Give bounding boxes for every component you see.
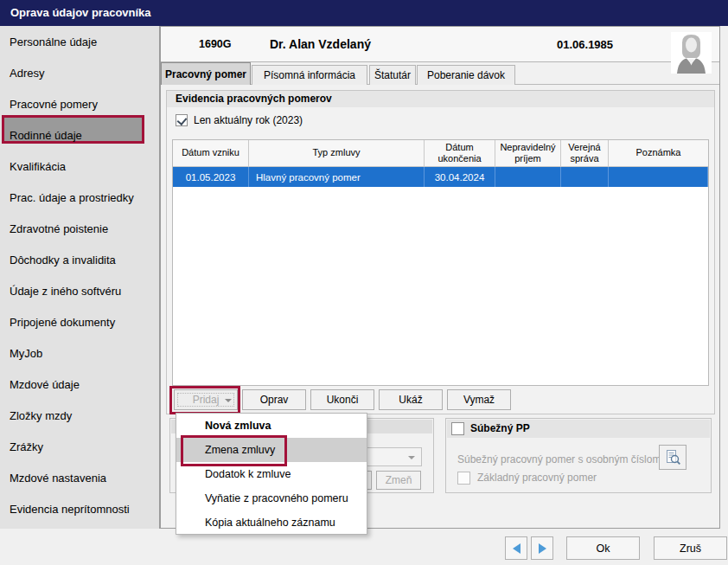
sidebar-item-personalne-udaje[interactable]: Personálne údaje xyxy=(0,26,159,57)
person-icon xyxy=(671,32,712,74)
window-titlebar: Oprava údajov pracovníka xyxy=(0,0,728,26)
sidebar-item-label: Evidencia neprítomnosti xyxy=(10,503,130,516)
concurrent-pp-lookup-label: Súbežný pracovný pomer s osobným číslom xyxy=(457,453,661,465)
sidebar-item-label: Pracovné pomery xyxy=(10,98,98,111)
employee-edit-window: Oprava údajov pracovníka Personálne údaj… xyxy=(0,0,728,565)
sidebar-item-rodinne-udaje[interactable]: Rodinné údaje xyxy=(0,119,159,151)
contracts-table: Dátum vzniku Typ zmluvy Dátum ukončenia … xyxy=(172,139,709,386)
next-record-button[interactable] xyxy=(531,536,553,560)
window-title: Oprava údajov pracovníka xyxy=(10,6,151,19)
sidebar-item-mzdove-udaje[interactable]: Mzdové údaje xyxy=(0,369,159,400)
cancel-button[interactable]: Zruš xyxy=(654,536,727,560)
sidebar-item-udaje-z-ineho-softveru[interactable]: Údaje z iného softvéru xyxy=(0,275,159,306)
search-record-icon xyxy=(664,449,681,466)
table-header-row: Dátum vzniku Typ zmluvy Dátum ukončenia … xyxy=(173,140,708,167)
sidebar-item-label: Personálne údaje xyxy=(10,35,97,48)
cell-typ-zmluvy: Hlavný pracovný pomer xyxy=(249,167,425,187)
previous-record-button[interactable] xyxy=(505,536,527,560)
basic-pp-label: Základný pracovný pomer xyxy=(477,472,597,484)
employment-records-group: Evidencia pracovných pomerov Len aktuáln… xyxy=(166,90,715,414)
cell-poznamka xyxy=(609,167,708,187)
lookup-personal-number-button[interactable] xyxy=(659,445,686,470)
concurrent-pp-checkbox[interactable] xyxy=(451,422,464,435)
sidebar-item-label: Zrážky xyxy=(10,440,43,453)
employee-avatar xyxy=(671,32,712,74)
delete-button-label: Vymaž xyxy=(463,394,495,406)
ok-button[interactable]: Ok xyxy=(566,536,640,560)
show-button[interactable]: Ukáž xyxy=(379,389,443,410)
sidebar-item-zdravotne-poistenie[interactable]: Zdravotné poistenie xyxy=(0,213,159,244)
sidebar-item-mzdove-nastavenia[interactable]: Mzdové nastavenia xyxy=(0,462,159,493)
sidebar-item-label: Údaje z iného softvéru xyxy=(10,285,121,298)
dropdown-caret-icon xyxy=(408,456,415,459)
left-triangle-icon xyxy=(513,543,520,554)
show-button-label: Ukáž xyxy=(399,394,422,406)
column-header-poznamka: Poznámka xyxy=(609,140,708,166)
group-title: Evidencia pracovných pomerov xyxy=(167,91,714,107)
main-panel: 1690G Dr. Alan Vzdelaný 01.06.1985 Praco… xyxy=(160,26,720,529)
cancel-button-label: Zruš xyxy=(680,543,701,555)
sidebar-item-label: Adresy xyxy=(10,67,44,80)
change-button[interactable]: Zmeň xyxy=(376,471,421,490)
sidebar-item-zrazky[interactable]: Zrážky xyxy=(0,431,159,462)
employee-birth-date: 01.06.1985 xyxy=(557,27,613,62)
tab-label: Pracovný pomer xyxy=(165,68,246,80)
tab-label: Štatutár xyxy=(374,69,411,81)
annotation-add-button xyxy=(169,386,240,414)
column-header-verejna-sprava: Verejná správa xyxy=(561,140,609,166)
sidebar-item-label: Dôchodky a invalidita xyxy=(10,254,116,266)
tab-label: Poberanie dávok xyxy=(427,69,505,81)
sidebar-item-dochodky-a-invalidita[interactable]: Dôchodky a invalidita xyxy=(0,244,159,275)
sidebar-item-kvalifikacia[interactable]: Kvalifikácia xyxy=(0,151,159,182)
sidebar-item-label: Rodinné údaje xyxy=(10,129,82,142)
sidebar-item-zlozky-mzdy[interactable]: Zložky mzdy xyxy=(0,400,159,431)
change-button-label: Zmeň xyxy=(386,474,412,486)
menu-item-vynatie-z-pracovneho-pomeru[interactable]: Vyňatie z pracovného pomeru xyxy=(176,486,367,510)
sidebar-item-pracovne-pomery[interactable]: Pracovné pomery xyxy=(0,88,159,119)
column-header-nepravidelny-prijem: Nepravidelný príjem xyxy=(495,140,561,166)
sidebar-item-myjob[interactable]: MyJob xyxy=(0,337,159,369)
employee-header: 1690G Dr. Alan Vzdelaný 01.06.1985 xyxy=(161,27,719,62)
column-header-datum-ukoncenia: Dátum ukončenia xyxy=(425,140,495,166)
sidebar-item-label: Zložky mzdy xyxy=(10,409,72,422)
ok-button-label: Ok xyxy=(597,543,610,555)
employee-number: 1690G xyxy=(199,27,232,62)
sidebar-item-label: Pripojené dokumenty xyxy=(10,316,115,329)
sidebar-item-label: Zdravotné poistenie xyxy=(10,222,108,235)
column-header-datum-vzniku: Dátum vzniku xyxy=(173,140,249,166)
cell-datum-ukoncenia: 30.04.2024 xyxy=(425,167,495,187)
table-row[interactable]: 01.05.2023 Hlavný pracovný pomer 30.04.2… xyxy=(173,167,708,187)
column-header-typ-zmluvy: Typ zmluvy xyxy=(249,140,425,166)
tab-statutar[interactable]: Štatutár xyxy=(369,65,416,85)
sidebar-item-prac-udaje-a-prostriedky[interactable]: Prac. údaje a prostriedky xyxy=(0,182,159,213)
cell-datum-vzniku: 01.05.2023 xyxy=(173,167,249,187)
concurrent-pp-group: Súbežný PP Súbežný pracovný pomer s osob… xyxy=(445,418,712,493)
sidebar-item-label: Kvalifikácia xyxy=(10,160,66,173)
concurrent-pp-title: Súbežný PP xyxy=(470,422,530,434)
right-triangle-icon xyxy=(539,543,546,554)
sidebar-item-adresy[interactable]: Adresy xyxy=(0,57,159,88)
menu-item-nova-zmluva[interactable]: Nová zmluva xyxy=(176,414,367,438)
current-year-checkbox[interactable] xyxy=(176,114,188,126)
tab-label: Písomná informácia xyxy=(264,69,355,81)
cell-nepravidelny-prijem xyxy=(495,167,561,187)
sidebar-item-label: Mzdové nastavenia xyxy=(10,472,106,485)
end-button[interactable]: Ukonči xyxy=(310,389,374,410)
employee-name: Dr. Alan Vzdelaný xyxy=(270,27,371,62)
sidebar-item-label: Prac. údaje a prostriedky xyxy=(10,191,134,204)
cell-verejna-sprava xyxy=(561,167,609,187)
edit-button-label: Oprav xyxy=(260,394,289,406)
sidebar-item-pripojene-dokumenty[interactable]: Pripojené dokumenty xyxy=(0,306,159,337)
sidebar-item-label: MyJob xyxy=(10,347,42,360)
menu-item-kopia-aktualneho-zaznamu[interactable]: Kópia aktuálneho záznamu xyxy=(176,510,367,535)
delete-button[interactable]: Vymaž xyxy=(447,389,511,410)
tab-pracovny-pomer[interactable]: Pracovný pomer xyxy=(161,62,251,85)
sidebar-item-label: Mzdové údaje xyxy=(10,378,80,391)
sidebar-item-evidencia-nepritomnosti[interactable]: Evidencia neprítomnosti xyxy=(0,493,159,524)
tab-poberanie-davok[interactable]: Poberanie dávok xyxy=(417,65,515,85)
edit-button[interactable]: Oprav xyxy=(242,389,306,410)
tab-pisomna-informacia[interactable]: Písomná informácia xyxy=(252,65,367,85)
add-context-menu: Nová zmluva Zmena zmluvy Dodatok k zmluv… xyxy=(176,413,367,535)
basic-pp-checkbox[interactable] xyxy=(457,472,470,485)
end-button-label: Ukonči xyxy=(327,394,359,406)
